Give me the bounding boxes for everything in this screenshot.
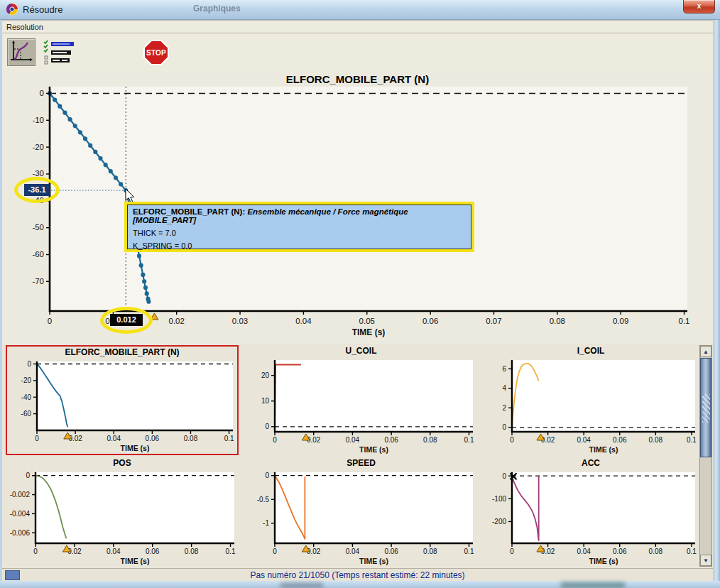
svg-text:0.08: 0.08	[649, 548, 663, 555]
svg-text:-20: -20	[32, 143, 44, 151]
data-tooltip: ELFORC_MOBILE_PART (N): Ensemble mécaniq…	[124, 202, 474, 252]
chart-panel-pos[interactable]: POS 0-0.002-0.004-0.00600.020.040.060.08…	[6, 457, 239, 567]
chart-panel-u-coil[interactable]: U_COIL 0102000.020.040.060.080.1TIME (s)	[245, 345, 477, 455]
svg-text:0.06: 0.06	[422, 317, 438, 325]
svg-text:0.04: 0.04	[107, 435, 121, 442]
chart-panel-speed[interactable]: SPEED 0-0.5-100.020.040.060.080.1TIME (s…	[245, 457, 477, 567]
svg-text:0.04: 0.04	[346, 548, 360, 555]
svg-text:-10: -10	[32, 116, 44, 124]
svg-text:0: 0	[265, 423, 269, 430]
title-bar[interactable]: Graphiques Résoudre x	[0, 0, 720, 20]
cursor-x-value-label: 0.012	[110, 314, 143, 326]
svg-text:0: 0	[40, 89, 44, 97]
svg-text:0.1: 0.1	[679, 317, 690, 325]
svg-text:-0.5: -0.5	[257, 496, 270, 503]
chart-plot-acc[interactable]: 0-100-20000.020.040.060.080.1TIME (s)	[482, 469, 699, 567]
svg-text:0.09: 0.09	[613, 317, 628, 325]
svg-text:TIME (s): TIME (s)	[589, 557, 618, 565]
svg-text:0.08: 0.08	[185, 548, 199, 555]
svg-text:-200: -200	[492, 518, 506, 526]
svg-text:0: 0	[273, 548, 277, 555]
svg-text:0.1: 0.1	[687, 548, 697, 555]
main-chart-panel: ELFORC_MOBILE_PART (N) 0-10-20-30-40-50-…	[2, 72, 713, 344]
svg-text:0.07: 0.07	[486, 317, 501, 325]
close-button[interactable]: x	[683, 0, 715, 13]
svg-text:TIME (s): TIME (s)	[121, 444, 150, 452]
menu-item-resolution[interactable]: Resolution	[2, 21, 48, 31]
svg-text:-20: -20	[21, 376, 32, 384]
app-logo-icon	[6, 3, 18, 16]
svg-text:0: 0	[33, 548, 38, 555]
svg-text:0.1: 0.1	[464, 548, 474, 555]
svg-text:0: 0	[502, 472, 506, 480]
window-frame-bottom	[0, 581, 720, 588]
svg-text:6: 6	[502, 365, 506, 373]
svg-text:-70: -70	[32, 277, 44, 285]
svg-text:0.1: 0.1	[687, 436, 697, 444]
svg-text:-1: -1	[263, 519, 269, 527]
svg-text:0: 0	[502, 423, 506, 431]
svg-text:0: 0	[35, 435, 39, 442]
svg-text:TIME (s): TIME (s)	[359, 445, 388, 454]
chart-title: ACC	[482, 458, 699, 468]
svg-text:0: 0	[27, 360, 31, 368]
toolbar: STOP	[2, 33, 713, 72]
svg-text:0.05: 0.05	[359, 317, 375, 325]
tooltip-line-thick: THICK = 7.0	[133, 229, 466, 237]
svg-text:0: 0	[265, 472, 269, 479]
svg-text:0.1: 0.1	[224, 435, 234, 442]
chart-plot-pos[interactable]: 0-0.002-0.004-0.00600.020.040.060.080.1T…	[6, 469, 239, 567]
chart-title: I_COIL	[482, 346, 699, 356]
chart-panel-acc[interactable]: ACC 0-100-20000.020.040.060.080.1TIME (s…	[482, 457, 699, 567]
scrollbar-grip	[702, 394, 710, 423]
svg-text:0: 0	[26, 472, 30, 479]
screen: Graphiques Résoudre x Resolution	[0, 0, 720, 588]
svg-text:-100: -100	[492, 495, 506, 503]
svg-text:0.06: 0.06	[384, 436, 398, 444]
svg-text:TIME (s): TIME (s)	[352, 327, 386, 337]
stop-button[interactable]: STOP	[143, 40, 169, 65]
svg-text:-60: -60	[32, 250, 44, 258]
tooltip-line-kspring: K_SPRING = 0.0	[133, 241, 466, 250]
chart-plot-i-coil[interactable]: 024600.020.040.060.080.1TIME (s)	[482, 356, 699, 455]
data-tooltip-body: ELFORC_MOBILE_PART (N): Ensemble mécaniq…	[127, 205, 471, 249]
svg-text:0.06: 0.06	[146, 548, 160, 555]
stop-icon: STOP	[145, 41, 168, 64]
chart-plot-u-coil[interactable]: 0102000.020.040.060.080.1TIME (s)	[245, 356, 477, 455]
svg-text:-0.004: -0.004	[10, 510, 31, 518]
background-window-title: Graphiques	[193, 4, 241, 13]
series-list-icon	[43, 39, 75, 66]
scrollbar-thumb[interactable]	[700, 358, 711, 457]
vertical-scrollbar[interactable]: ▲ ▼	[699, 345, 712, 567]
chart-plot-elforc-small[interactable]: 0-20-40-6000.020.040.060.080.1TIME (s)	[7, 358, 237, 454]
status-bar: Pas numéro 21/1050 (Temps restant estimé…	[2, 568, 713, 581]
svg-text:0.04: 0.04	[577, 548, 591, 555]
svg-text:TIME (s): TIME (s)	[121, 557, 150, 565]
svg-text:0.06: 0.06	[613, 436, 627, 444]
scroll-down-icon[interactable]: ▼	[700, 555, 711, 566]
curve-display-button[interactable]	[7, 38, 36, 66]
menu-bar: Resolution	[2, 20, 713, 33]
chart-panel-i-coil[interactable]: I_COIL 024600.020.040.060.080.1TIME (s)	[482, 345, 699, 455]
series-list-button[interactable]	[43, 39, 75, 66]
svg-text:0.06: 0.06	[613, 548, 627, 555]
svg-text:0.1: 0.1	[226, 548, 236, 555]
svg-text:0.04: 0.04	[107, 548, 121, 555]
svg-text:0.04: 0.04	[577, 436, 591, 444]
svg-text:20: 20	[261, 371, 270, 379]
taskbar-blur	[561, 582, 625, 588]
status-text: Pas numéro 21/1050 (Temps restant estimé…	[2, 570, 713, 580]
chart-title: POS	[6, 458, 239, 468]
charts-grid: ELFORC_MOBILE_PART (N) 0-20-40-6000.020.…	[2, 344, 713, 568]
svg-text:10: 10	[261, 397, 270, 405]
chart-panel-elforc-small[interactable]: ELFORC_MOBILE_PART (N) 0-20-40-6000.020.…	[6, 345, 239, 455]
chart-title: SPEED	[245, 458, 477, 468]
chart-plot-speed[interactable]: 0-0.5-100.020.040.060.080.1TIME (s)	[245, 469, 477, 567]
curve-plot-icon	[8, 39, 35, 65]
scroll-up-icon[interactable]: ▲	[700, 346, 711, 357]
svg-text:0: 0	[48, 317, 52, 325]
svg-text:0: 0	[510, 548, 514, 555]
window-frame-right	[713, 20, 720, 581]
svg-text:-30: -30	[32, 169, 44, 178]
svg-text:0.08: 0.08	[550, 317, 565, 325]
